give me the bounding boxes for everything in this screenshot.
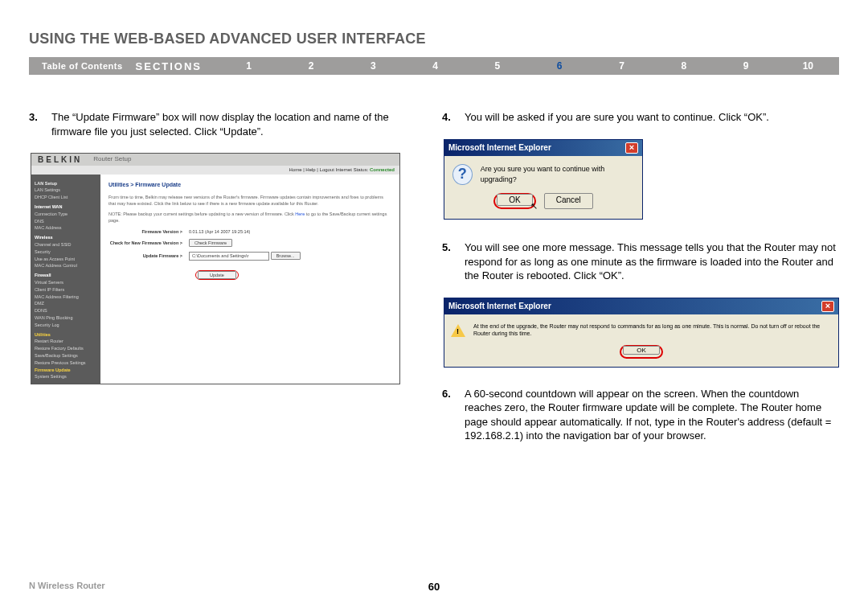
side-wan-hdr: Internet WAN: [35, 203, 97, 211]
update-fw-label: Update Firmware >: [108, 253, 189, 259]
ok-button[interactable]: OK: [497, 194, 532, 206]
nav-4[interactable]: 4: [404, 60, 466, 72]
page-footer: N Wireless Router 60: [29, 581, 839, 590]
footer-left: N Wireless Router: [29, 581, 105, 590]
side-wan2[interactable]: DNS: [35, 218, 97, 225]
side-ut5[interactable]: Firmware Update: [35, 367, 97, 374]
step-4-text: You will be asked if you are sure you wa…: [465, 110, 839, 125]
dialog2-message: At the end of the upgrade, the Router ma…: [473, 322, 832, 337]
nav-3[interactable]: 3: [342, 60, 404, 72]
dialog-confirm-upgrade: Microsoft Internet Explorer × ? Are you …: [444, 139, 643, 220]
section-nav: Table of Contents SECTIONS 1 2 3 4 5 6 7…: [29, 57, 839, 75]
topright-prefix: Home | Help | Logout Internet Status:: [289, 167, 370, 172]
router-sidebar: LAN Setup LAN Settings DHCP Client List …: [31, 175, 100, 384]
fw-version-label: Firmware Version >: [108, 229, 189, 235]
browse-button[interactable]: Browse...: [271, 252, 301, 260]
side-fw2[interactable]: Client IP Filters: [35, 286, 97, 294]
side-ut-hdr: Utilities: [35, 331, 97, 339]
side-ut2[interactable]: Restore Factory Defaults: [35, 345, 97, 352]
side-ut1[interactable]: Restart Router: [35, 338, 97, 345]
page-number: 60: [428, 581, 440, 593]
side-lan-hdr: LAN Setup: [35, 180, 97, 187]
nav-2[interactable]: 2: [280, 60, 342, 72]
check-fw-label: Check for New Firmware Version >: [108, 240, 189, 246]
para2-a: NOTE: Please backup your current setting…: [108, 212, 295, 216]
dialog1-message: Are you sure you want to continue with u…: [481, 164, 634, 183]
ok-button-2[interactable]: OK: [623, 346, 660, 355]
side-wl-hdr: Wireless: [35, 234, 97, 241]
router-topright: Home | Help | Logout Internet Status: Co…: [31, 166, 399, 174]
step-5-num: 5.: [442, 240, 465, 283]
nav-7[interactable]: 7: [591, 60, 653, 72]
nav-1[interactable]: 1: [218, 60, 280, 72]
close-icon[interactable]: ×: [625, 142, 638, 154]
router-para1: From time to time, Belkin may release ne…: [108, 195, 391, 207]
dialog2-title: Microsoft Internet Explorer: [448, 301, 551, 312]
side-ut4[interactable]: Restore Previous Settings: [35, 359, 97, 367]
side-lan2[interactable]: DHCP Client List: [35, 194, 97, 201]
side-wan3[interactable]: MAC Address: [35, 224, 97, 232]
side-fw1[interactable]: Virtual Servers: [35, 279, 97, 286]
page-title: USING THE WEB-BASED ADVANCED USER INTERF…: [29, 31, 839, 47]
side-fw7[interactable]: Security Log: [35, 322, 97, 329]
side-fw4[interactable]: DMZ: [35, 300, 97, 307]
brand-logo: BELKIN: [38, 154, 82, 166]
dialog1-title: Microsoft Internet Explorer: [448, 142, 551, 154]
warning-icon: [451, 324, 465, 337]
ok-highlight-ring-2: OK: [620, 345, 663, 359]
breadcrumb: Utilities > Firmware Update: [108, 181, 391, 188]
side-fw-hdr: Firewall: [35, 272, 97, 279]
side-fw6[interactable]: WAN Ping Blocking: [35, 314, 97, 322]
save-backup-link[interactable]: Here: [295, 212, 305, 216]
question-icon: ?: [452, 164, 473, 185]
right-column: 4. You will be asked if you are sure you…: [442, 110, 839, 458]
side-ut6[interactable]: System Settings: [35, 373, 97, 380]
nav-8[interactable]: 8: [653, 60, 714, 72]
nav-9[interactable]: 9: [714, 60, 776, 72]
router-main: Utilities > Firmware Update From time to…: [100, 175, 399, 384]
fw-version-value: 0.01.13 (Apr 14 2007 19:25:14): [189, 229, 250, 235]
side-fw5[interactable]: DDNS: [35, 307, 97, 314]
side-wl4[interactable]: MAC Address Control: [35, 262, 97, 269]
step-3-num: 3.: [29, 110, 51, 138]
status-connected: Connected: [370, 167, 395, 172]
side-wl1[interactable]: Channel and SSID: [35, 241, 97, 249]
nav-10[interactable]: 10: [777, 60, 839, 72]
step-6-text: A 60-second countdown will appear on the…: [465, 387, 839, 443]
router-para2: NOTE: Please backup your current setting…: [108, 212, 391, 224]
router-setup-label: Router Setup: [93, 155, 131, 164]
nav-toc[interactable]: Table of Contents: [29, 61, 136, 71]
ok-highlight-ring: OK ↖: [493, 193, 535, 210]
step-5-text: You will see one more message. This mess…: [465, 240, 839, 283]
side-wl2[interactable]: Security: [35, 249, 97, 256]
update-highlight-ring: Update: [195, 270, 239, 280]
nav-6[interactable]: 6: [529, 60, 591, 72]
firmware-path-input[interactable]: C:\Documents and Settings\r: [189, 252, 269, 261]
side-lan1[interactable]: LAN Settings: [35, 187, 97, 194]
side-fw3[interactable]: MAC Address Filtering: [35, 294, 97, 301]
nav-sections-label: SECTIONS: [136, 60, 218, 72]
step-4-num: 4.: [442, 110, 465, 125]
left-column: 3. The “Update Firmware” box will now di…: [29, 110, 413, 458]
cancel-button[interactable]: Cancel: [544, 193, 593, 210]
check-firmware-button[interactable]: Check Firmware: [189, 239, 232, 247]
nav-5[interactable]: 5: [466, 60, 528, 72]
update-button[interactable]: Update: [198, 271, 236, 279]
dialog-upgrade-wait: Microsoft Internet Explorer × At the end…: [444, 298, 839, 368]
close-icon[interactable]: ×: [821, 301, 834, 312]
step-3-text: The “Update Firmware” box will now displ…: [51, 110, 413, 138]
step-6-num: 6.: [442, 387, 465, 443]
side-wan1[interactable]: Connection Type: [35, 211, 97, 218]
cursor-icon: ↖: [530, 200, 538, 212]
side-ut3[interactable]: Save/Backup Settings: [35, 352, 97, 359]
side-wl3[interactable]: Use as Access Point: [35, 256, 97, 263]
router-screenshot: BELKIN Router Setup Home | Help | Logout…: [31, 153, 400, 384]
